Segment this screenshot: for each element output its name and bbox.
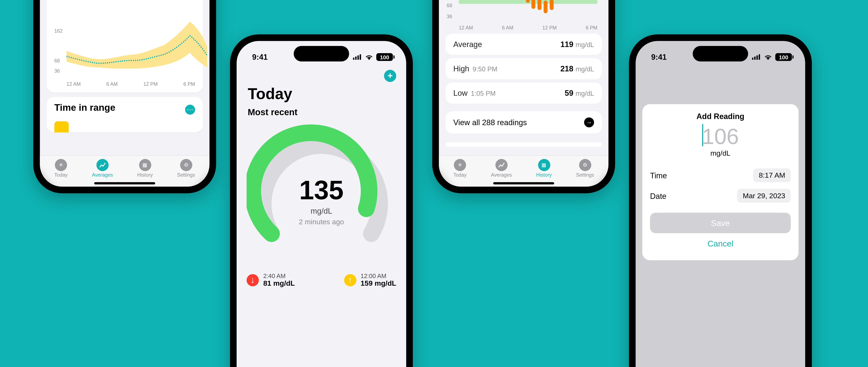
reading-unit: mg/dL — [650, 149, 790, 157]
stat-label: High — [453, 64, 469, 73]
x-axis: 12 AM 6 AM 12 PM 6 PM — [66, 81, 195, 87]
y-tick: 68 — [447, 3, 452, 8]
calendar-icon: ▦ — [139, 159, 151, 171]
y-tick: 36 — [447, 14, 452, 19]
x-tick: 12 AM — [66, 81, 81, 87]
tab-label: Settings — [177, 172, 195, 178]
tab-settings[interactable]: ⚙ Settings — [177, 159, 195, 178]
view-all-readings[interactable]: View all 288 readings → — [445, 111, 601, 134]
stat-value: 59 — [565, 89, 574, 97]
tab-label: History — [137, 172, 153, 178]
range-bar — [532, 0, 535, 9]
stat-unit: mg/dL — [576, 41, 594, 49]
x-tick: 6 PM — [184, 81, 195, 87]
tab-label: Today — [453, 172, 467, 178]
range-bar — [544, 0, 547, 13]
modal-title: Add Reading — [650, 112, 790, 121]
reading-placeholder: 106 — [702, 124, 739, 148]
stat-high[interactable]: High9:50 PM 218mg/dL — [445, 58, 601, 79]
high-value: 159 mg/dL — [361, 279, 396, 288]
svg-rect-6 — [756, 56, 758, 60]
date-row: Date Mar 29, 2023 — [650, 186, 790, 206]
link-label: View all 288 readings — [453, 118, 527, 127]
cancel-button[interactable]: Cancel — [650, 233, 790, 254]
card-time-in-range: Time in range ⋯ — [46, 97, 203, 132]
tab-bar: ☀ Today Averages ▦ History ⚙ Settings — [40, 155, 209, 187]
svg-rect-5 — [754, 57, 756, 60]
reading-input[interactable]: 106 — [650, 124, 790, 149]
tab-label: Averages — [491, 172, 512, 178]
range-bar — [550, 0, 553, 10]
wifi-icon — [764, 53, 772, 61]
date-picker[interactable]: Mar 29, 2023 — [737, 189, 791, 203]
range-bar-fragment — [54, 121, 69, 132]
page-title: Today — [248, 85, 395, 103]
signal-icon — [353, 53, 362, 61]
low-reading: ↓ 2:40 AM 81 mg/dL — [247, 272, 295, 288]
x-axis: 12 AM 6 AM 12 PM 6 PM — [459, 25, 597, 31]
tab-averages[interactable]: Averages — [92, 159, 113, 178]
tab-today[interactable]: ☀ Today — [54, 159, 68, 178]
home-indicator — [94, 182, 155, 184]
x-tick: 12 AM — [459, 25, 473, 31]
add-reading-modal: Add Reading 106 mg/dL Time 8:17 AM Date … — [642, 104, 799, 260]
low-value: 81 mg/dL — [263, 279, 295, 288]
reading-gauge: 135 mg/dL 2 minutes ago — [247, 123, 396, 250]
reading-age: 2 minutes ago — [247, 218, 396, 226]
add-reading-button[interactable]: + — [384, 70, 396, 82]
status-time: 9:41 — [252, 53, 268, 61]
high-reading: ↑ 12:00 AM 159 mg/dL — [344, 272, 396, 288]
phone-history: Tuesday, March 28, 2023 324 162 68 36 12… — [432, 0, 615, 193]
svg-rect-3 — [360, 54, 361, 60]
tab-today[interactable]: ☀ Today — [453, 159, 467, 178]
low-time: 2:40 AM — [263, 272, 295, 279]
dynamic-island — [294, 46, 349, 61]
high-time: 12:00 AM — [361, 272, 396, 279]
history-chart: 324 162 68 36 12 AM 6 AM 12 PM 6 PM — [447, 0, 601, 31]
svg-rect-7 — [758, 54, 760, 60]
reading-value: 135 — [247, 175, 396, 205]
x-tick: 12 PM — [143, 81, 158, 87]
svg-rect-2 — [358, 56, 359, 60]
save-button[interactable]: Save — [650, 212, 790, 233]
tab-label: History — [536, 172, 552, 178]
y-tick: 162 — [54, 28, 63, 34]
x-tick: 12 PM — [542, 25, 557, 31]
reading-unit: mg/dL — [247, 206, 396, 215]
tab-label: Averages — [92, 172, 113, 178]
tab-averages[interactable]: Averages — [491, 159, 512, 178]
low-high-row: ↓ 2:40 AM 81 mg/dL ↑ 12:00 AM 159 mg/dL — [245, 272, 397, 288]
phone-averages: Last 7-days 128 mg/dL avg → 0 last 7-day… — [33, 0, 216, 193]
calendar-icon: ▦ — [538, 159, 550, 171]
tab-settings[interactable]: ⚙ Settings — [576, 159, 594, 178]
tab-history[interactable]: ▦ History — [536, 159, 552, 178]
x-tick: 6 AM — [502, 25, 514, 31]
time-picker[interactable]: 8:17 AM — [753, 168, 791, 182]
stat-low[interactable]: Low1:05 PM 59mg/dL — [445, 82, 601, 104]
stat-unit: mg/dL — [576, 90, 594, 98]
tab-history[interactable]: ▦ History — [137, 159, 153, 178]
phone-today: 9:41 100 + Today Most recent — [230, 34, 413, 367]
stat-value: 218 — [560, 64, 574, 73]
chart-icon — [96, 159, 108, 171]
stat-average[interactable]: Average 119mg/dL — [445, 34, 601, 55]
trend-spread — [66, 0, 207, 79]
signal-icon — [752, 53, 761, 61]
range-bar — [526, 0, 530, 3]
trend-chart: 324 162 68 36 12 AM 6 AM 12 PM 6 PM — [54, 0, 195, 79]
home-indicator — [493, 182, 554, 184]
dynamic-island — [693, 46, 748, 61]
x-tick: 6 PM — [586, 25, 597, 31]
range-bar — [538, 0, 541, 10]
more-icon[interactable]: ⋯ — [185, 105, 195, 114]
phone-add-reading: 9:41 100 Add Reading 106 mg/dL Time 8:17… — [629, 34, 812, 367]
y-tick: 68 — [54, 58, 60, 64]
stat-label: Average — [453, 40, 482, 49]
x-tick: 6 AM — [106, 81, 118, 87]
stat-unit: mg/dL — [576, 65, 594, 73]
time-row: Time 8:17 AM — [650, 165, 790, 186]
stat-value: 119 — [560, 40, 574, 49]
gear-icon: ⚙ — [180, 159, 192, 171]
stat-label: Low — [453, 89, 467, 97]
range-bars — [460, 0, 597, 21]
